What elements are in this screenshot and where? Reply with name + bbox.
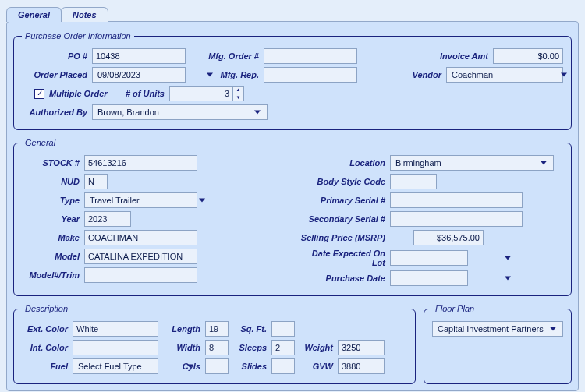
location-label: Location: [296, 158, 390, 168]
spin-up-icon[interactable]: ▲: [232, 87, 243, 94]
sserial-input[interactable]: [390, 211, 523, 227]
weight-input[interactable]: [338, 340, 385, 355]
general-group: General STOCK # NUD Type Year Make Model…: [13, 138, 572, 296]
description-legend: Description: [22, 304, 71, 313]
location-value[interactable]: [394, 156, 537, 170]
slides-input[interactable]: [271, 358, 295, 374]
width-input[interactable]: [205, 340, 229, 355]
body-input[interactable]: [390, 174, 437, 189]
year-input[interactable]: [84, 211, 131, 227]
mfg-order-input[interactable]: [264, 48, 357, 64]
purchase-value[interactable]: [394, 271, 505, 285]
description-group: Description Ext. Color Length Sq. Ft. In…: [13, 304, 416, 384]
purchase-label: Purchase Date: [296, 274, 390, 283]
sleeps-input[interactable]: [271, 340, 295, 355]
nud-label: NUD: [22, 177, 84, 186]
units-input[interactable]: [170, 87, 232, 101]
length-input[interactable]: [205, 321, 229, 337]
int-label: Int. Color: [22, 343, 73, 352]
general-legend: General: [22, 138, 58, 147]
nud-input[interactable]: [84, 174, 108, 189]
floorplan-legend: Floor Plan: [432, 304, 477, 313]
vendor-label: Vendor: [384, 70, 446, 79]
msrp-label: Selling Price (MSRP): [296, 233, 390, 242]
mfg-rep-input[interactable]: [264, 67, 357, 83]
chevron-down-icon[interactable]: [187, 360, 193, 373]
gvw-label: GVW: [295, 362, 338, 371]
stock-label: STOCK #: [22, 158, 84, 168]
placed-value[interactable]: [96, 68, 207, 82]
sleeps-label: Sleeps: [229, 343, 271, 352]
make-input[interactable]: [84, 230, 197, 245]
width-label: Width: [158, 343, 205, 352]
fuel-label: Fuel: [22, 362, 73, 371]
stock-input[interactable]: [84, 155, 197, 171]
po-label: PO #: [22, 51, 92, 61]
purchase-combo[interactable]: [390, 270, 468, 286]
chevron-down-icon[interactable]: [207, 69, 213, 81]
chevron-down-icon[interactable]: [547, 323, 559, 335]
pserial-label: Primary Serial #: [296, 196, 390, 205]
sqft-label: Sq. Ft.: [229, 324, 271, 334]
tab-strip: General Notes: [6, 6, 579, 21]
floorplan-group: Floor Plan: [424, 304, 572, 384]
units-label: # of Units: [115, 89, 169, 98]
po-info-group: Purchase Order Information PO # Mfg. Ord…: [13, 31, 572, 130]
trim-label: Model#/Trim: [22, 270, 84, 280]
expected-value[interactable]: [394, 251, 505, 265]
chevron-down-icon[interactable]: [251, 106, 264, 118]
type-combo[interactable]: [84, 192, 197, 208]
model-input[interactable]: [84, 249, 197, 264]
trim-input[interactable]: [84, 267, 197, 283]
gvw-input[interactable]: [338, 358, 385, 374]
location-combo[interactable]: [390, 155, 554, 171]
cyls-input[interactable]: [205, 358, 229, 374]
placed-combo[interactable]: [92, 67, 186, 83]
sserial-label: Secondary Serial #: [296, 214, 390, 224]
ext-label: Ext. Color: [22, 324, 73, 334]
auth-value[interactable]: [96, 105, 251, 119]
multiple-order-checkbox[interactable]: ✓: [34, 89, 44, 99]
invoice-label: Invoice Amt: [431, 51, 493, 61]
chevron-down-icon[interactable]: [561, 69, 567, 81]
slides-label: Slides: [229, 362, 271, 371]
vendor-combo[interactable]: [446, 67, 563, 83]
po-input[interactable]: [92, 48, 186, 64]
int-input[interactable]: [73, 340, 158, 355]
model-label: Model: [22, 252, 84, 261]
units-spinner[interactable]: ▲ ▼: [169, 86, 244, 101]
floorplan-combo[interactable]: [432, 321, 563, 337]
mfg-order-label: Mfg. Order #: [186, 51, 264, 61]
multiple-order-label: Multiple Order: [44, 89, 115, 98]
tab-notes[interactable]: Notes: [61, 7, 108, 22]
sqft-input[interactable]: [271, 321, 295, 337]
placed-label: Order Placed: [22, 70, 92, 79]
expected-combo[interactable]: [390, 250, 468, 266]
pserial-input[interactable]: [390, 192, 523, 208]
chevron-down-icon[interactable]: [199, 194, 205, 207]
expected-label: Date Expected On Lot: [296, 249, 390, 267]
auth-combo[interactable]: [92, 104, 268, 120]
invoice-input[interactable]: [493, 48, 563, 64]
msrp-input[interactable]: [413, 230, 484, 245]
year-label: Year: [22, 214, 84, 224]
po-info-legend: Purchase Order Information: [22, 31, 134, 41]
floorplan-value[interactable]: [436, 322, 547, 336]
weight-label: Weight: [295, 343, 338, 352]
chevron-down-icon[interactable]: [537, 157, 550, 169]
fuel-combo[interactable]: [73, 358, 158, 374]
ext-input[interactable]: [73, 321, 158, 337]
chevron-down-icon[interactable]: [505, 252, 511, 264]
make-label: Make: [22, 233, 84, 242]
spin-down-icon[interactable]: ▼: [232, 94, 243, 101]
auth-label: Authorized By: [22, 108, 92, 117]
body-label: Body Style Code: [296, 177, 390, 186]
length-label: Length: [158, 324, 205, 334]
tab-general[interactable]: General: [6, 7, 62, 22]
fuel-value[interactable]: [76, 359, 187, 373]
vendor-value[interactable]: [450, 68, 561, 82]
type-label: Type: [22, 196, 84, 205]
tab-panel: Purchase Order Information PO # Mfg. Ord…: [6, 21, 579, 391]
chevron-down-icon[interactable]: [505, 272, 511, 284]
type-value[interactable]: [88, 193, 199, 207]
